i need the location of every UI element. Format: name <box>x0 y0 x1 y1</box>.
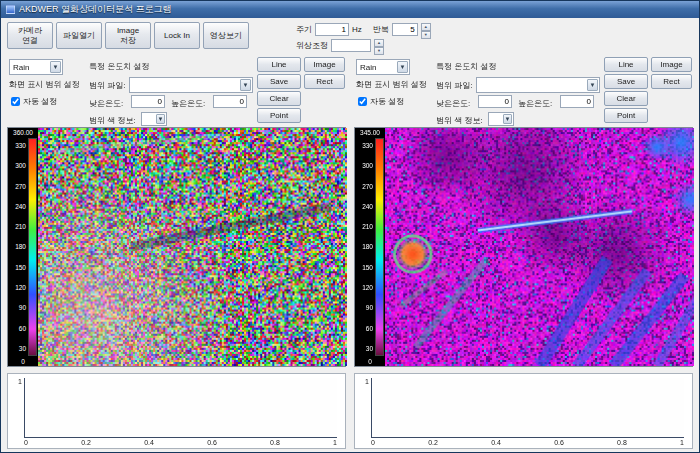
low-temp-input[interactable] <box>478 95 512 108</box>
phase-input[interactable] <box>331 39 371 52</box>
colorbar-min-label: 0 <box>8 357 38 366</box>
colorbar-tick: 120 <box>15 284 26 291</box>
auto-setting-checkbox[interactable]: 자동 설정 <box>358 96 404 107</box>
spin-down-button[interactable]: ▼ <box>374 47 384 55</box>
period-label: 주기 <box>296 24 312 35</box>
x-axis-tick: 0.2 <box>81 439 91 446</box>
low-temp-label: 낮은온도: <box>436 98 470 109</box>
view-video-button[interactable]: 영상보기 <box>203 22 249 49</box>
window-title: AKDWER 열화상데이터분석 프로그램 <box>19 3 172 16</box>
open-file-button[interactable]: 파일열기 <box>56 22 102 49</box>
thermal-image-left[interactable] <box>38 128 347 366</box>
colorbar-tick: 330 <box>362 142 373 149</box>
colorbar-tick: 60 <box>366 325 373 332</box>
x-axis-tick: 0 <box>371 439 375 446</box>
right-profile-chart: 1 00.20.40.60.81 <box>354 373 693 449</box>
display-range-label: 화면 표시 범위 설정 <box>356 79 427 90</box>
clear-button[interactable]: Clear <box>257 91 301 106</box>
chevron-down-icon: ▼ <box>240 79 251 91</box>
auto-setting-checkbox-input[interactable] <box>358 97 367 106</box>
line-button[interactable]: Line <box>257 57 301 72</box>
repeat-input[interactable] <box>392 23 418 36</box>
high-temp-input[interactable] <box>213 95 247 108</box>
x-axis-tick: 0.4 <box>144 439 154 446</box>
low-temp-input[interactable] <box>131 95 165 108</box>
auto-setting-label: 자동 설정 <box>370 96 404 107</box>
app-icon <box>6 5 15 14</box>
image-save-button[interactable]: Image 저장 <box>105 22 151 49</box>
colorbar-tick: 210 <box>15 223 26 230</box>
colorbar-gradient <box>375 138 384 356</box>
temp-group-title: 특정 온도치 설정 <box>89 61 149 72</box>
range-file-select[interactable]: ▼ <box>476 77 600 93</box>
title-bar[interactable]: AKDWER 열화상데이터분석 프로그램 <box>1 1 699 18</box>
left-panel: Rain ▼ 특정 온도치 설정 Line Image 화면 표시 범위 설정 … <box>7 57 346 449</box>
lock-in-button[interactable]: Lock In <box>154 22 200 49</box>
x-axis-tick: 0.8 <box>270 439 280 446</box>
image-button[interactable]: Image <box>304 57 345 72</box>
temp-group-title: 특정 온도치 설정 <box>436 61 496 72</box>
right-colorbar: 345.00 330300270240210180150120906030 0 <box>355 128 385 366</box>
line-button[interactable]: Line <box>604 57 648 72</box>
x-axis-ticks: 00.20.40.60.81 <box>371 438 684 446</box>
colorbar-tick: 90 <box>366 304 373 311</box>
spin-down-button[interactable]: ▼ <box>421 31 431 39</box>
range-color-info-label: 범위 색 정보: <box>89 115 136 126</box>
period-unit-label: Hz <box>352 25 362 34</box>
range-file-select[interactable]: ▼ <box>129 77 253 93</box>
x-axis-tick: 0 <box>24 439 28 446</box>
auto-setting-checkbox[interactable]: 자동 설정 <box>11 96 57 107</box>
point-button[interactable]: Point <box>604 108 648 123</box>
range-file-label: 범위 파일: <box>436 80 472 91</box>
panels-row: Rain ▼ 특정 온도치 설정 Line Image 화면 표시 범위 설정 … <box>7 57 693 449</box>
save-button[interactable]: Save <box>257 74 301 89</box>
chevron-down-icon: ▼ <box>397 61 408 73</box>
right-panel: Rain ▼ 특정 온도치 설정 Line Image 화면 표시 범위 설정 … <box>354 57 693 449</box>
colorbar-tick: 60 <box>19 325 26 332</box>
y-axis-top-label: 1 <box>18 378 22 385</box>
thermal-image-right[interactable] <box>385 128 694 366</box>
colorbar-tick: 240 <box>362 203 373 210</box>
high-temp-label: 높은온도: <box>518 98 552 109</box>
clear-button[interactable]: Clear <box>604 91 648 106</box>
spin-up-button[interactable]: ▲ <box>421 23 431 31</box>
right-settings: Rain ▼ 특정 온도치 설정 Line Image 화면 표시 범위 설정 … <box>354 57 693 127</box>
rect-button[interactable]: Rect <box>304 74 345 89</box>
image-button[interactable]: Image <box>651 57 692 72</box>
auto-setting-label: 자동 설정 <box>23 96 57 107</box>
high-temp-label: 높은온도: <box>171 98 205 109</box>
palette-value: Rain <box>360 63 376 72</box>
repeat-label: 반복 <box>373 24 389 35</box>
period-input[interactable] <box>315 23 349 36</box>
x-axis-tick: 1 <box>333 439 337 446</box>
rect-button[interactable]: Rect <box>651 74 692 89</box>
display-range-label: 화면 표시 범위 설정 <box>9 79 80 90</box>
colorbar-max-label: 345.00 <box>355 128 385 137</box>
point-button[interactable]: Point <box>257 108 301 123</box>
x-axis-tick: 0.8 <box>617 439 627 446</box>
colorbar-ticks: 330300270240210180150120906030 <box>8 137 27 357</box>
high-temp-input[interactable] <box>560 95 594 108</box>
app-window: AKDWER 열화상데이터분석 프로그램 카메라 연결 파일열기 Image 저… <box>0 0 700 453</box>
palette-select[interactable]: Rain ▼ <box>9 59 63 75</box>
range-color-spinner[interactable]: ▼ <box>488 112 514 126</box>
auto-setting-checkbox-input[interactable] <box>11 97 20 106</box>
y-axis-top-label: 1 <box>365 378 369 385</box>
palette-select[interactable]: Rain ▼ <box>356 59 410 75</box>
right-thermal-view: 345.00 330300270240210180150120906030 0 <box>354 127 693 367</box>
range-color-info-label: 범위 색 정보: <box>436 115 483 126</box>
spin-up-button[interactable]: ▲ <box>374 39 384 47</box>
x-axis-tick: 1 <box>680 439 684 446</box>
range-color-spinner[interactable]: ▼ <box>141 112 167 126</box>
chevron-down-icon: ▼ <box>50 61 61 73</box>
colorbar-tick: 210 <box>362 223 373 230</box>
left-colorbar: 360.00 330300270240210180150120906030 0 <box>8 128 38 366</box>
phase-spinner: ▲▼ <box>374 39 384 52</box>
save-button[interactable]: Save <box>604 74 648 89</box>
x-axis-tick: 0.6 <box>554 439 564 446</box>
chevron-down-icon: ▼ <box>587 79 598 91</box>
toolbar: 카메라 연결 파일열기 Image 저장 Lock In 영상보기 주기 Hz … <box>7 22 693 52</box>
colorbar-tick: 300 <box>15 162 26 169</box>
camera-connect-button[interactable]: 카메라 연결 <box>7 22 53 49</box>
low-temp-label: 낮은온도: <box>89 98 123 109</box>
